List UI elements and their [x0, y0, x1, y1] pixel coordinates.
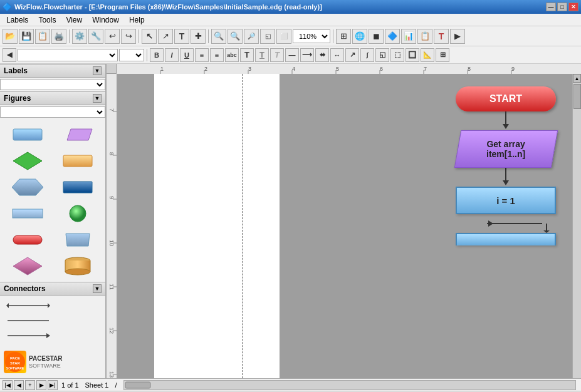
canvas-area[interactable]: 1 2 3 4 5 6 7 8 9	[107, 64, 581, 378]
shape-parallelogram[interactable]	[54, 123, 102, 147]
shape-diamond-green[interactable]	[4, 149, 51, 173]
tb2-icon4[interactable]: 📐	[421, 48, 434, 62]
shape-rect-dark[interactable]	[54, 175, 102, 199]
menu-tools[interactable]: Tools	[33, 14, 61, 26]
connector-arrow-both[interactable]	[4, 298, 102, 313]
scroll-thumb[interactable]	[573, 84, 581, 109]
svg-marker-4	[12, 179, 43, 195]
nav-back[interactable]: ◀	[3, 48, 16, 62]
separator1	[69, 29, 70, 43]
labels-collapse-btn[interactable]: ▼	[93, 66, 102, 75]
secondary-toolbar: ◀ B I U ≡ ≡ abc T T T — ⟶ ⬌ ↔ ↗ ∫ ◱ ⬚ 🔲 …	[0, 46, 581, 64]
shape-pill-red[interactable]	[4, 228, 51, 252]
tb-icon22[interactable]: 🔷	[385, 29, 400, 44]
scroll-up-btn[interactable]: ▲	[573, 74, 581, 83]
tb2-icon1[interactable]: ◱	[375, 48, 389, 62]
prev-page-btn[interactable]: ◀	[14, 380, 24, 390]
menu-labels[interactable]: Labels	[1, 14, 33, 26]
align-left[interactable]: ≡	[195, 48, 209, 62]
text-tool[interactable]: T	[174, 29, 189, 44]
tb2-icon3[interactable]: 🔲	[406, 48, 419, 62]
partial-node[interactable]	[456, 233, 556, 245]
bold-btn[interactable]: B	[150, 48, 164, 62]
zoom-in-btn[interactable]: 🔍	[211, 29, 226, 44]
tb-icon20[interactable]: 🌐	[352, 29, 367, 44]
labels-section-header: Labels ▼	[0, 64, 105, 78]
figures-dropdown[interactable]	[0, 106, 105, 118]
tb-icon21[interactable]: ◼	[369, 29, 384, 44]
tb-icon10[interactable]: ↗	[158, 29, 173, 44]
tb-icon4[interactable]: 🖨️	[51, 29, 66, 44]
tb2-icon5[interactable]: ⊞	[436, 48, 449, 62]
text-abc[interactable]: abc	[225, 48, 239, 62]
menu-window[interactable]: Window	[87, 14, 124, 26]
get-array-node[interactable]: Get array item[1..n]	[454, 130, 558, 168]
shape-circle-green[interactable]	[54, 202, 102, 225]
restore-button[interactable]: □	[557, 3, 567, 11]
line-style1[interactable]: —	[285, 48, 299, 62]
line-style2[interactable]: ⟶	[300, 48, 314, 62]
first-page-btn[interactable]: |◀	[3, 380, 13, 390]
tb-icon6[interactable]: 🔧	[88, 29, 103, 44]
zoom-btn4[interactable]: ◱	[260, 29, 275, 44]
zoom-btn5[interactable]: ⬜	[276, 29, 291, 44]
select-tool[interactable]: ↖	[142, 29, 157, 44]
line-style4[interactable]: ↔	[330, 48, 344, 62]
shape-diamond-pink[interactable]	[4, 254, 51, 278]
shape-rect-orange[interactable]	[54, 149, 102, 173]
shape-cylinder[interactable]	[54, 254, 102, 278]
underline-btn[interactable]: U	[180, 48, 194, 62]
separator2	[139, 29, 139, 43]
shape-hexagon-blue[interactable]	[4, 175, 51, 199]
menu-help[interactable]: Help	[124, 14, 150, 26]
tb-icon23[interactable]: 📊	[401, 29, 416, 44]
i-equals-1-node[interactable]: i = 1	[456, 187, 556, 214]
text-style3[interactable]: T	[270, 48, 284, 62]
shape-trapezoid[interactable]	[54, 228, 102, 252]
align-center[interactable]: ≡	[210, 48, 224, 62]
size-dropdown[interactable]	[119, 49, 144, 61]
connector-line-arrow[interactable]	[4, 328, 102, 343]
zoom-out-btn[interactable]: 🔎	[244, 29, 259, 44]
grid-btn[interactable]: ⊞	[336, 29, 351, 44]
tb-icon26[interactable]: ▶	[450, 29, 465, 44]
horizontal-scrollbar[interactable]	[123, 380, 576, 390]
save-button[interactable]: 💾	[19, 29, 34, 44]
tb-icon12[interactable]: ✚	[191, 29, 206, 44]
menu-view[interactable]: View	[61, 14, 87, 26]
tb-icon3[interactable]: 📋	[35, 29, 50, 44]
text-style1[interactable]: T	[240, 48, 254, 62]
close-button[interactable]: ✕	[568, 3, 578, 11]
nav-bar: |◀ ◀ + ▶ ▶| 1 of 1 Sheet 1 /	[0, 378, 581, 391]
curve-tool[interactable]: ∫	[360, 48, 374, 62]
minimize-button[interactable]: —	[546, 3, 556, 11]
start-node[interactable]: START	[456, 86, 556, 111]
open-button[interactable]: 📂	[3, 29, 18, 44]
connector-line-plain[interactable]	[4, 313, 102, 328]
shape-rect-blue[interactable]	[4, 123, 51, 147]
style-dropdown[interactable]	[18, 49, 118, 61]
tb-icon24[interactable]: 📋	[417, 29, 432, 44]
tb-icon5[interactable]: ⚙️	[72, 29, 87, 44]
figures-collapse-btn[interactable]: ▼	[93, 94, 102, 103]
zoom-btn2[interactable]: 🔍	[228, 29, 243, 44]
tb-icon7[interactable]: ↩	[105, 29, 120, 44]
shape-rect-flat[interactable]	[4, 202, 51, 225]
tb-icon8[interactable]: ↪	[121, 29, 136, 44]
connectors-section-header: Connectors ▼	[0, 282, 105, 296]
last-page-btn[interactable]: ▶|	[48, 380, 58, 390]
line-style3[interactable]: ⬌	[315, 48, 329, 62]
add-page-btn[interactable]: +	[25, 380, 35, 390]
page-canvas[interactable]: START Get array item[1..n]	[117, 74, 581, 378]
italic-btn[interactable]: I	[165, 48, 179, 62]
vertical-scrollbar[interactable]: ▲	[572, 74, 581, 378]
tb-icon25[interactable]: T	[434, 29, 449, 44]
labels-dropdown[interactable]	[0, 79, 105, 90]
connectors-collapse-btn[interactable]: ▼	[93, 284, 102, 293]
next-page-btn[interactable]: ▶	[36, 380, 46, 390]
zoom-select[interactable]: 110% 100% 75% 50% 150%	[293, 29, 330, 43]
text-style2[interactable]: T	[255, 48, 269, 62]
line-style5[interactable]: ↗	[345, 48, 359, 62]
tb2-icon2[interactable]: ⬚	[390, 48, 404, 62]
svg-rect-8	[13, 235, 42, 244]
